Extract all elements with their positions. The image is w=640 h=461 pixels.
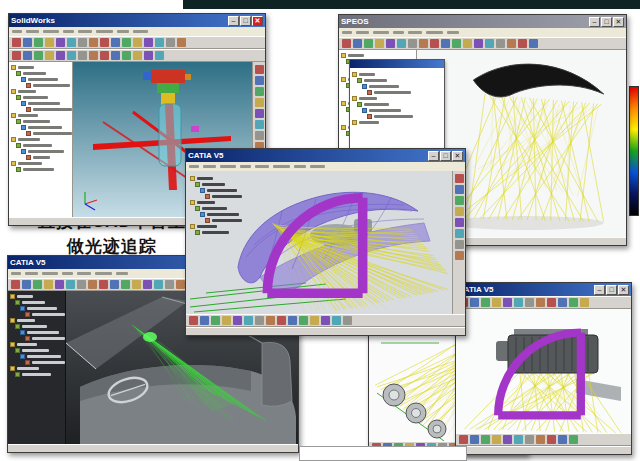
toolbar-icon[interactable] <box>474 39 483 48</box>
toolbar-icon[interactable] <box>459 435 468 444</box>
toolbar-icon[interactable] <box>485 39 494 48</box>
toolbar-icon[interactable] <box>288 316 297 325</box>
toolbar-icon[interactable] <box>211 316 220 325</box>
menu-item[interactable] <box>12 30 22 33</box>
toolbar-icon[interactable] <box>33 280 42 289</box>
toolbar-icon[interactable] <box>110 280 119 289</box>
toolbar-icon[interactable] <box>189 316 198 325</box>
toolbar-icon[interactable] <box>255 109 264 118</box>
toolbar-icon[interactable] <box>455 251 464 260</box>
toolbar-icon[interactable] <box>503 435 512 444</box>
toolbar-icon[interactable] <box>481 298 490 307</box>
lamp-viewport[interactable] <box>456 309 631 433</box>
toolbar-icon[interactable] <box>34 51 43 60</box>
minimize-icon[interactable]: – <box>428 151 439 161</box>
menu-item[interactable] <box>220 165 236 168</box>
toolbar-icon[interactable] <box>569 298 578 307</box>
menu-item[interactable] <box>373 31 389 34</box>
toolbar-icon[interactable] <box>255 65 264 74</box>
toolbar-icon[interactable] <box>144 38 153 47</box>
toolbar-icon[interactable] <box>133 38 142 47</box>
menu-item[interactable] <box>26 30 39 33</box>
toolbar-icon[interactable] <box>397 39 406 48</box>
toolbar-icon[interactable] <box>470 298 479 307</box>
menu-item[interactable] <box>408 31 422 34</box>
toolbar-icon[interactable] <box>310 316 319 325</box>
toolbar-icon[interactable] <box>580 298 589 307</box>
toolbar-icon[interactable] <box>430 39 439 48</box>
maximize-icon[interactable]: □ <box>606 285 617 295</box>
toolbar[interactable] <box>339 37 626 50</box>
toolbar-icon[interactable] <box>122 38 131 47</box>
toolbar-icon[interactable] <box>78 51 87 60</box>
toolbar-icon[interactable] <box>122 51 131 60</box>
catia-compass-icon[interactable] <box>186 174 448 314</box>
menu-item[interactable] <box>447 31 459 34</box>
menu-item[interactable] <box>116 272 128 275</box>
menu-item[interactable] <box>78 30 92 33</box>
toolbar-icon[interactable] <box>455 229 464 238</box>
toolbar-icon[interactable] <box>45 51 54 60</box>
toolbar-icon[interactable] <box>558 435 567 444</box>
toolbar-icon[interactable] <box>22 280 31 289</box>
toolbar-icon[interactable] <box>470 435 479 444</box>
toolbar-icon[interactable] <box>165 280 174 289</box>
toolbar[interactable] <box>9 49 265 62</box>
toolbar-icon[interactable] <box>492 435 501 444</box>
spec-tree-panel[interactable] <box>8 291 66 444</box>
menu-item[interactable] <box>203 165 216 168</box>
close-icon[interactable]: ✕ <box>613 17 624 27</box>
minimize-icon[interactable]: – <box>594 285 605 295</box>
toolbar-icon[interactable] <box>255 120 264 129</box>
tree-item[interactable] <box>9 166 72 172</box>
toolbar-icon[interactable] <box>536 298 545 307</box>
catia-compass-icon[interactable] <box>456 312 627 433</box>
minimize-icon[interactable]: – <box>228 16 239 26</box>
toolbar-icon[interactable] <box>455 185 464 194</box>
menu-item[interactable] <box>95 272 112 275</box>
solidworks-titlebar[interactable]: SolidWorks – □ ✕ <box>9 14 265 27</box>
toolbar-icon[interactable] <box>100 51 109 60</box>
toolbar-icon[interactable] <box>353 39 362 48</box>
close-icon[interactable]: ✕ <box>618 285 629 295</box>
feature-tree-panel[interactable] <box>9 62 73 217</box>
toolbar-icon[interactable] <box>507 39 516 48</box>
toolbar-icon[interactable] <box>56 51 65 60</box>
toolbar-icon[interactable] <box>34 38 43 47</box>
body-viewport[interactable] <box>186 171 452 314</box>
toolbar-icon[interactable] <box>386 39 395 48</box>
toolbar-icon[interactable] <box>55 280 64 289</box>
menu-bar[interactable] <box>339 28 626 37</box>
close-icon[interactable]: ✕ <box>252 16 263 26</box>
tree-item[interactable] <box>8 371 65 377</box>
toolbar-icon[interactable] <box>155 38 164 47</box>
toolbar-icon[interactable] <box>67 38 76 47</box>
toolbar-icon[interactable] <box>332 316 341 325</box>
toolbar-icon[interactable] <box>503 298 512 307</box>
toolbar-icon[interactable] <box>343 316 352 325</box>
toolbar-icon[interactable] <box>177 38 186 47</box>
toolbar-icon[interactable] <box>89 38 98 47</box>
dialog-tree[interactable] <box>350 68 444 125</box>
bottom-toolbar[interactable] <box>186 314 465 327</box>
toolbar-icon[interactable] <box>66 280 75 289</box>
toolbar-icon[interactable] <box>492 298 501 307</box>
toolbar-icon[interactable] <box>154 280 163 289</box>
menu-item[interactable] <box>62 272 73 275</box>
toolbar-icon[interactable] <box>56 38 65 47</box>
toolbar-icon[interactable] <box>99 280 108 289</box>
toolbar-icon[interactable] <box>496 39 505 48</box>
menu-item[interactable] <box>356 31 369 34</box>
menu-item[interactable] <box>294 165 306 168</box>
menu-item[interactable] <box>77 272 91 275</box>
toolbar-icon[interactable] <box>547 298 556 307</box>
toolbar-icon[interactable] <box>233 316 242 325</box>
toolbar-icon[interactable] <box>481 435 490 444</box>
toolbar-icon[interactable] <box>78 38 87 47</box>
toolbar-icon[interactable] <box>133 51 142 60</box>
minimize-icon[interactable]: – <box>589 17 600 27</box>
toolbar-icon[interactable] <box>255 87 264 96</box>
dialog-titlebar[interactable] <box>350 60 444 68</box>
menu-item[interactable] <box>189 165 199 168</box>
toolbar[interactable] <box>9 36 265 49</box>
